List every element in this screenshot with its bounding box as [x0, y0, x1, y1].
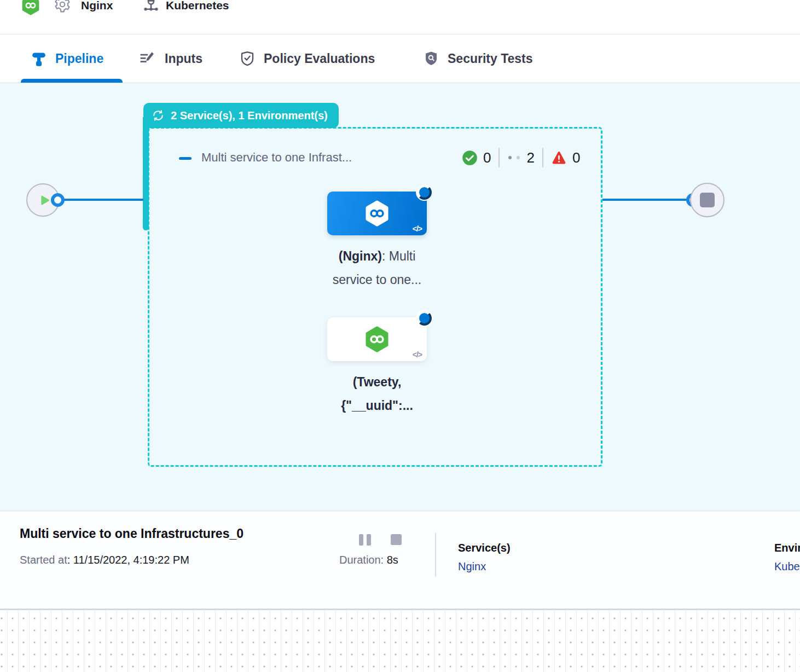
tab-inputs[interactable]: Inputs — [138, 34, 202, 83]
duration-label: Duration: — [339, 554, 387, 566]
environments-summary: Environment(s) Kubernetes — [774, 542, 800, 573]
environment-link[interactable]: Kubernetes — [774, 560, 800, 573]
collapse-stage-button[interactable] — [179, 157, 192, 160]
node-label-bold: (Tweety, — [353, 375, 402, 389]
code-glyph-icon: </> — [413, 350, 422, 359]
counts-divider — [498, 148, 500, 167]
loop-refresh-icon — [152, 109, 165, 122]
service-node-tweety[interactable]: </> — [327, 317, 427, 361]
tab-policy-evaluations-label: Policy Evaluations — [264, 51, 375, 66]
execution-header: Nginx Kubernetes — [0, 0, 800, 34]
kubernetes-infrastructure-icon — [142, 0, 160, 14]
harness-service-logo-icon — [21, 0, 40, 16]
stop-button[interactable] — [391, 534, 402, 545]
node-label-bold: (Nginx) — [339, 249, 382, 263]
stage-status-counts: 0 2 0 — [462, 148, 580, 167]
pipeline-icon — [31, 50, 47, 67]
pending-dots-icon — [508, 156, 520, 159]
stage-group-badge[interactable]: 2 Service(s), 1 Environment(s) — [143, 103, 339, 128]
stage-header: Multi service to one Infrast... 0 2 0 — [179, 148, 573, 170]
console-grid-area — [0, 609, 800, 672]
started-at-label: Started at — [20, 554, 67, 566]
footer-divider — [435, 533, 436, 577]
environments-label: Environment(s) — [774, 542, 800, 554]
services-label: Service(s) — [458, 542, 511, 554]
tab-security-tests[interactable]: Security Tests — [423, 34, 533, 83]
active-tab-underline — [21, 79, 123, 83]
harness-logo-white-icon — [364, 200, 390, 227]
success-check-icon — [462, 150, 478, 166]
execution-tabbar: Pipeline Inputs Policy Evaluations — [0, 34, 800, 83]
tab-pipeline[interactable]: Pipeline — [31, 34, 103, 83]
tab-security-tests-label: Security Tests — [448, 51, 533, 66]
pipeline-canvas[interactable]: 2 Service(s), 1 Environment(s) Multi ser… — [0, 83, 800, 511]
node-label-rest: : Multi — [382, 249, 415, 263]
play-icon — [37, 193, 51, 207]
service-node-nginx[interactable]: </> — [327, 192, 427, 235]
execution-info-bar: Multi service to one Infrastructures_0 S… — [0, 511, 800, 609]
service-link[interactable]: Nginx — [458, 560, 511, 573]
tab-pipeline-label: Pipeline — [55, 51, 103, 66]
code-glyph-icon: </> — [413, 224, 422, 233]
started-at: Started at: 11/15/2022, 4:19:22 PM — [20, 554, 189, 566]
duration: Duration: 8s — [339, 554, 398, 566]
node-label-line2: service to one... — [295, 268, 459, 292]
header-service-name: Nginx — [81, 0, 113, 13]
pending-count: 2 — [526, 149, 534, 166]
pipeline-end-node — [690, 183, 724, 217]
started-at-value: : 11/15/2022, 4:19:22 PM — [67, 554, 189, 566]
running-spinner-icon — [417, 185, 432, 200]
counts-divider — [542, 148, 543, 167]
stage-group-badge-label: 2 Service(s), 1 Environment(s) — [171, 109, 328, 122]
stage-run-title: Multi service to one Infrastructures_0 — [20, 526, 244, 541]
services-summary: Service(s) Nginx — [458, 542, 511, 573]
stop-square-icon — [700, 193, 715, 207]
inputs-icon — [138, 50, 156, 67]
pause-button[interactable] — [359, 534, 371, 546]
edge-stage-to-end — [602, 199, 689, 201]
header-environment-name: Kubernetes — [166, 0, 229, 13]
gear-icon — [54, 0, 71, 13]
success-count: 0 — [483, 149, 491, 166]
error-warning-icon — [551, 150, 567, 166]
tab-policy-evaluations[interactable]: Policy Evaluations — [239, 34, 375, 83]
running-spinner-icon — [417, 311, 432, 326]
harness-logo-green-icon — [364, 326, 390, 352]
shield-magnifier-icon — [423, 50, 439, 67]
service-node-nginx-label: (Nginx): Multi service to one... — [295, 245, 459, 292]
stage-title: Multi service to one Infrast... — [201, 150, 352, 165]
pipeline-execution-page: Nginx Kubernetes Pipeline — [0, 0, 800, 672]
service-node-tweety-label: (Tweety, {"__uuid":... — [295, 370, 459, 418]
node-label-line2: {"__uuid":... — [295, 394, 459, 418]
failed-count: 0 — [572, 149, 580, 166]
start-connector-dot — [51, 193, 65, 207]
edge-start-to-stage — [57, 199, 143, 201]
tab-inputs-label: Inputs — [165, 51, 202, 66]
duration-value: 8s — [387, 554, 398, 566]
shield-check-icon — [239, 50, 256, 67]
